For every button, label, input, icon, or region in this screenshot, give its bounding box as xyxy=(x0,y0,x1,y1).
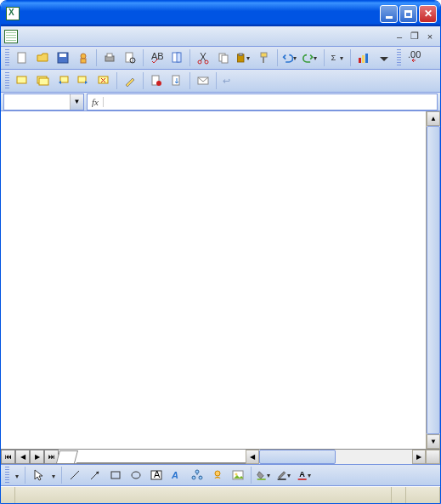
name-box[interactable]: ▼ xyxy=(3,93,84,110)
drawing-toolbar: ▾ ▾ A A ▾ ▾ A▾ xyxy=(1,464,440,486)
doc-close-button[interactable]: × xyxy=(423,31,437,42)
textbox-button[interactable]: A xyxy=(147,466,166,484)
toolbar-grip[interactable] xyxy=(397,49,401,66)
oval-button[interactable] xyxy=(127,466,145,484)
fill-color-button[interactable]: ▾ xyxy=(255,466,274,484)
svg-rect-24 xyxy=(17,76,26,83)
worksheet-grid[interactable] xyxy=(1,111,426,449)
horizontal-scroll-track[interactable] xyxy=(259,450,412,464)
clipart-button[interactable] xyxy=(208,466,227,484)
line-button[interactable] xyxy=(65,466,84,484)
next-comment-button[interactable] xyxy=(74,71,93,90)
scroll-left-button[interactable]: ◀ xyxy=(246,450,259,464)
scroll-up-button[interactable]: ▲ xyxy=(427,111,440,126)
vertical-scroll-thumb[interactable] xyxy=(427,126,440,434)
svg-rect-26 xyxy=(39,78,48,85)
maximize-button[interactable] xyxy=(399,5,417,23)
autosum-button[interactable]: Σ▾ xyxy=(328,48,347,67)
svg-point-12 xyxy=(198,60,201,64)
document-icon[interactable] xyxy=(4,30,18,43)
doc-restore-button[interactable]: ❐ xyxy=(408,31,421,42)
draw-menu[interactable]: ▾ xyxy=(12,470,22,480)
decimal-button[interactable]: .00 xyxy=(404,48,423,67)
scroll-right-button[interactable]: ▶ xyxy=(412,450,426,464)
status-bar xyxy=(1,486,440,503)
minimize-button[interactable] xyxy=(380,5,398,23)
print-preview-button[interactable] xyxy=(121,48,139,67)
name-box-dropdown[interactable]: ▼ xyxy=(70,94,83,110)
autoshapes-menu[interactable]: ▾ xyxy=(48,470,59,480)
svg-rect-22 xyxy=(365,54,368,63)
redo-button[interactable]: ▾ xyxy=(302,48,320,67)
update-file-button[interactable] xyxy=(167,71,186,90)
chart-wizard-button[interactable] xyxy=(354,48,373,67)
horizontal-scroll-thumb[interactable] xyxy=(259,450,336,464)
paste-button[interactable]: ▾ xyxy=(235,48,253,67)
undo-button[interactable]: ▾ xyxy=(281,48,300,67)
close-button[interactable]: ✕ xyxy=(419,5,437,23)
open-button[interactable] xyxy=(33,48,52,67)
toolbar-grip[interactable] xyxy=(5,72,9,89)
ink-button[interactable] xyxy=(121,71,139,90)
track-changes-button[interactable] xyxy=(147,71,166,90)
horizontal-scrollbar[interactable]: ◀ ▶ xyxy=(246,450,426,464)
picture-button[interactable] xyxy=(229,466,247,484)
cut-button[interactable] xyxy=(194,48,212,67)
sheet-tab-bar: ⏮ ◀ ▶ ⏭ ◀ ▶ xyxy=(1,449,440,464)
arrow-button[interactable] xyxy=(86,466,105,484)
status-num xyxy=(392,487,406,503)
send-mail-button[interactable] xyxy=(194,71,212,90)
reviewing-toolbar: ↩ xyxy=(1,70,440,93)
svg-rect-32 xyxy=(172,76,179,85)
svg-line-35 xyxy=(91,472,99,479)
svg-rect-4 xyxy=(81,59,86,63)
toolbar-overflow-button[interactable] xyxy=(375,48,393,67)
svg-rect-18 xyxy=(261,53,267,57)
show-comments-button[interactable] xyxy=(33,71,52,90)
formula-input[interactable]: fx xyxy=(87,93,438,110)
tab-prev-button[interactable]: ◀ xyxy=(15,450,30,464)
new-comment-button[interactable] xyxy=(13,71,31,90)
svg-rect-11 xyxy=(177,53,181,62)
svg-rect-0 xyxy=(18,53,25,63)
spelling-button[interactable]: ABC xyxy=(147,48,166,67)
svg-line-34 xyxy=(71,471,79,479)
copy-button[interactable] xyxy=(214,48,233,67)
svg-rect-48 xyxy=(278,479,286,480)
font-color-button[interactable]: A▾ xyxy=(296,466,314,484)
print-button[interactable] xyxy=(100,48,119,67)
line-color-button[interactable]: ▾ xyxy=(275,466,294,484)
svg-text:A: A xyxy=(299,470,305,479)
vertical-scrollbar[interactable]: ▲ ▼ xyxy=(426,111,440,449)
svg-text:Σ: Σ xyxy=(331,54,336,62)
select-objects-button[interactable] xyxy=(29,466,48,484)
svg-text:A: A xyxy=(154,469,161,479)
reply-changes-button[interactable]: ↩ xyxy=(219,76,234,87)
prev-comment-button[interactable] xyxy=(54,71,72,90)
title-bar: ✕ xyxy=(1,1,440,26)
svg-rect-7 xyxy=(126,53,133,62)
sheet-tab[interactable] xyxy=(56,450,78,463)
svg-rect-20 xyxy=(359,58,361,63)
svg-rect-36 xyxy=(111,472,120,479)
new-button[interactable] xyxy=(13,48,31,67)
save-button[interactable] xyxy=(54,48,72,67)
research-button[interactable] xyxy=(167,48,186,67)
svg-rect-21 xyxy=(362,55,365,63)
diagram-button[interactable] xyxy=(188,466,206,484)
toolbar-grip[interactable] xyxy=(5,467,9,484)
vertical-scroll-track[interactable] xyxy=(427,126,440,434)
rectangle-button[interactable] xyxy=(106,466,125,484)
tab-first-button[interactable]: ⏮ xyxy=(1,450,15,464)
format-painter-button[interactable] xyxy=(255,48,274,67)
status-ready xyxy=(1,487,15,503)
delete-comment-button[interactable] xyxy=(94,71,113,90)
scroll-down-button[interactable]: ▼ xyxy=(427,434,440,449)
fx-icon[interactable]: fx xyxy=(88,97,104,107)
permission-button[interactable] xyxy=(74,48,93,67)
tab-next-button[interactable]: ▶ xyxy=(30,450,44,464)
wordart-button[interactable]: A xyxy=(167,466,186,484)
doc-minimize-button[interactable]: – xyxy=(393,31,406,42)
menu-bar: – ❐ × xyxy=(1,26,440,47)
toolbar-grip[interactable] xyxy=(5,49,9,66)
